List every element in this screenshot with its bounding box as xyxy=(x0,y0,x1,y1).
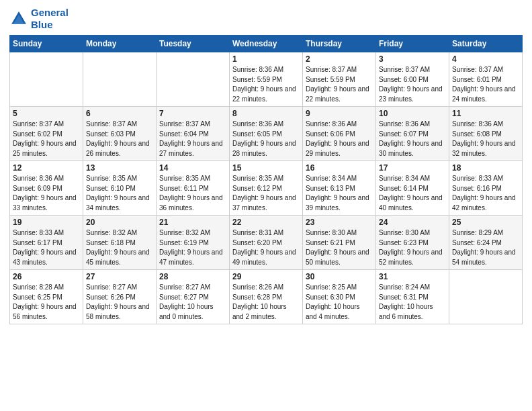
day-number: 28 xyxy=(159,272,226,281)
day-info: Sunrise: 8:34 AM Sunset: 6:13 PM Dayligh… xyxy=(306,174,373,213)
day-number: 8 xyxy=(232,109,300,118)
week-row-4: 19Sunrise: 8:33 AM Sunset: 6:17 PM Dayli… xyxy=(10,216,523,270)
day-info: Sunrise: 8:28 AM Sunset: 6:25 PM Dayligh… xyxy=(13,283,80,322)
day-number: 18 xyxy=(452,163,519,173)
logo: General Blue xyxy=(9,7,69,31)
calendar-cell: 23Sunrise: 8:30 AM Sunset: 6:21 PM Dayli… xyxy=(303,216,376,270)
weekday-header-row: SundayMondayTuesdayWednesdayThursdayFrid… xyxy=(10,36,523,52)
day-info: Sunrise: 8:37 AM Sunset: 5:59 PM Dayligh… xyxy=(306,65,373,104)
calendar-cell: 28Sunrise: 8:27 AM Sunset: 6:27 PM Dayli… xyxy=(157,270,230,324)
day-info: Sunrise: 8:33 AM Sunset: 6:17 PM Dayligh… xyxy=(13,228,80,267)
day-info: Sunrise: 8:37 AM Sunset: 6:04 PM Dayligh… xyxy=(159,120,226,158)
calendar-cell: 25Sunrise: 8:29 AM Sunset: 6:24 PM Dayli… xyxy=(449,216,523,270)
page: General Blue SundayMondayTuesdayWednesda… xyxy=(0,0,532,411)
calendar-cell xyxy=(449,270,523,324)
weekday-header-monday: Monday xyxy=(83,36,157,52)
day-info: Sunrise: 8:36 AM Sunset: 6:09 PM Dayligh… xyxy=(13,174,80,213)
day-number: 3 xyxy=(379,54,446,64)
weekday-header-thursday: Thursday xyxy=(303,36,376,52)
day-number: 19 xyxy=(13,218,80,227)
day-info: Sunrise: 8:36 AM Sunset: 6:07 PM Dayligh… xyxy=(379,120,446,158)
day-number: 14 xyxy=(159,163,226,173)
calendar-cell xyxy=(10,52,83,107)
calendar-cell xyxy=(157,52,230,107)
logo-icon xyxy=(9,9,28,28)
weekday-header-friday: Friday xyxy=(376,36,449,52)
day-number: 6 xyxy=(86,109,153,118)
calendar-cell: 12Sunrise: 8:36 AM Sunset: 6:09 PM Dayli… xyxy=(10,161,83,216)
calendar-cell: 13Sunrise: 8:35 AM Sunset: 6:10 PM Dayli… xyxy=(83,161,157,216)
day-number: 20 xyxy=(86,218,153,227)
week-row-3: 12Sunrise: 8:36 AM Sunset: 6:09 PM Dayli… xyxy=(10,161,523,216)
day-number: 17 xyxy=(379,163,446,173)
day-number: 2 xyxy=(306,54,373,64)
day-number: 23 xyxy=(306,218,373,227)
calendar-cell: 27Sunrise: 8:27 AM Sunset: 6:26 PM Dayli… xyxy=(83,270,157,324)
calendar-cell: 10Sunrise: 8:36 AM Sunset: 6:07 PM Dayli… xyxy=(376,107,449,161)
day-number: 7 xyxy=(159,109,226,118)
calendar-cell: 18Sunrise: 8:33 AM Sunset: 6:16 PM Dayli… xyxy=(449,161,523,216)
logo-text: General Blue xyxy=(31,7,69,31)
day-info: Sunrise: 8:30 AM Sunset: 6:23 PM Dayligh… xyxy=(379,228,446,267)
day-info: Sunrise: 8:30 AM Sunset: 6:21 PM Dayligh… xyxy=(306,228,373,267)
calendar-cell: 16Sunrise: 8:34 AM Sunset: 6:13 PM Dayli… xyxy=(303,161,376,216)
weekday-header-sunday: Sunday xyxy=(10,36,83,52)
calendar-cell: 8Sunrise: 8:36 AM Sunset: 6:05 PM Daylig… xyxy=(230,107,303,161)
day-info: Sunrise: 8:36 AM Sunset: 6:08 PM Dayligh… xyxy=(452,120,519,158)
day-info: Sunrise: 8:36 AM Sunset: 6:06 PM Dayligh… xyxy=(306,120,373,158)
day-info: Sunrise: 8:37 AM Sunset: 6:03 PM Dayligh… xyxy=(86,120,153,158)
calendar-cell: 5Sunrise: 8:37 AM Sunset: 6:02 PM Daylig… xyxy=(10,107,83,161)
day-info: Sunrise: 8:37 AM Sunset: 6:01 PM Dayligh… xyxy=(452,65,519,104)
day-info: Sunrise: 8:32 AM Sunset: 6:18 PM Dayligh… xyxy=(86,228,153,267)
day-number: 27 xyxy=(86,272,153,281)
day-info: Sunrise: 8:27 AM Sunset: 6:27 PM Dayligh… xyxy=(159,283,226,322)
day-number: 22 xyxy=(232,218,300,227)
calendar-cell: 29Sunrise: 8:26 AM Sunset: 6:28 PM Dayli… xyxy=(230,270,303,324)
calendar-cell: 11Sunrise: 8:36 AM Sunset: 6:08 PM Dayli… xyxy=(449,107,523,161)
calendar-cell: 2Sunrise: 8:37 AM Sunset: 5:59 PM Daylig… xyxy=(303,52,376,107)
day-info: Sunrise: 8:25 AM Sunset: 6:30 PM Dayligh… xyxy=(306,283,373,322)
week-row-2: 5Sunrise: 8:37 AM Sunset: 6:02 PM Daylig… xyxy=(10,107,523,161)
weekday-header-saturday: Saturday xyxy=(449,36,523,52)
day-info: Sunrise: 8:36 AM Sunset: 6:05 PM Dayligh… xyxy=(232,120,300,158)
calendar-cell: 26Sunrise: 8:28 AM Sunset: 6:25 PM Dayli… xyxy=(10,270,83,324)
day-info: Sunrise: 8:37 AM Sunset: 6:02 PM Dayligh… xyxy=(13,120,80,158)
day-number: 12 xyxy=(13,163,80,173)
day-number: 5 xyxy=(13,109,80,118)
header: General Blue xyxy=(9,7,523,31)
calendar-cell: 17Sunrise: 8:34 AM Sunset: 6:14 PM Dayli… xyxy=(376,161,449,216)
day-number: 31 xyxy=(379,272,446,281)
calendar-cell: 20Sunrise: 8:32 AM Sunset: 6:18 PM Dayli… xyxy=(83,216,157,270)
day-info: Sunrise: 8:35 AM Sunset: 6:10 PM Dayligh… xyxy=(86,174,153,213)
day-number: 11 xyxy=(452,109,519,118)
day-number: 29 xyxy=(232,272,300,281)
calendar-cell: 21Sunrise: 8:32 AM Sunset: 6:19 PM Dayli… xyxy=(157,216,230,270)
calendar-cell: 1Sunrise: 8:36 AM Sunset: 5:59 PM Daylig… xyxy=(230,52,303,107)
day-number: 30 xyxy=(306,272,373,281)
day-info: Sunrise: 8:35 AM Sunset: 6:11 PM Dayligh… xyxy=(159,174,226,213)
calendar-cell: 31Sunrise: 8:24 AM Sunset: 6:31 PM Dayli… xyxy=(376,270,449,324)
day-info: Sunrise: 8:36 AM Sunset: 5:59 PM Dayligh… xyxy=(232,65,300,104)
calendar-cell: 22Sunrise: 8:31 AM Sunset: 6:20 PM Dayli… xyxy=(230,216,303,270)
day-info: Sunrise: 8:37 AM Sunset: 6:00 PM Dayligh… xyxy=(379,65,446,104)
day-number: 15 xyxy=(232,163,300,173)
day-info: Sunrise: 8:34 AM Sunset: 6:14 PM Dayligh… xyxy=(379,174,446,213)
day-info: Sunrise: 8:24 AM Sunset: 6:31 PM Dayligh… xyxy=(379,283,446,322)
calendar-cell: 3Sunrise: 8:37 AM Sunset: 6:00 PM Daylig… xyxy=(376,52,449,107)
day-info: Sunrise: 8:32 AM Sunset: 6:19 PM Dayligh… xyxy=(159,228,226,267)
calendar-cell xyxy=(83,52,157,107)
weekday-header-wednesday: Wednesday xyxy=(230,36,303,52)
calendar-cell: 7Sunrise: 8:37 AM Sunset: 6:04 PM Daylig… xyxy=(157,107,230,161)
day-info: Sunrise: 8:29 AM Sunset: 6:24 PM Dayligh… xyxy=(452,228,519,267)
day-info: Sunrise: 8:26 AM Sunset: 6:28 PM Dayligh… xyxy=(232,283,300,322)
weekday-header-tuesday: Tuesday xyxy=(157,36,230,52)
calendar-cell: 15Sunrise: 8:35 AM Sunset: 6:12 PM Dayli… xyxy=(230,161,303,216)
logo-general: General xyxy=(31,7,69,18)
day-number: 13 xyxy=(86,163,153,173)
day-number: 4 xyxy=(452,54,519,64)
day-number: 16 xyxy=(306,163,373,173)
day-number: 24 xyxy=(379,218,446,227)
week-row-5: 26Sunrise: 8:28 AM Sunset: 6:25 PM Dayli… xyxy=(10,270,523,324)
day-number: 1 xyxy=(232,54,300,64)
calendar-cell: 24Sunrise: 8:30 AM Sunset: 6:23 PM Dayli… xyxy=(376,216,449,270)
